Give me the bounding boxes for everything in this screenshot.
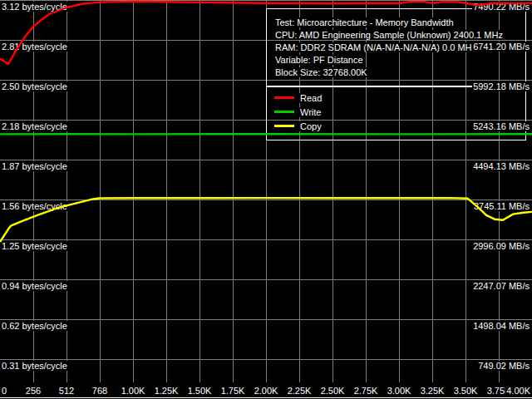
- info-line-blocksize: Block Size: 32768.00K: [274, 64, 368, 79]
- h-gridline: [0, 239, 532, 240]
- legend-item-write: Write: [267, 105, 525, 119]
- h-gridline: [0, 279, 532, 280]
- h-gridline: [0, 200, 532, 200]
- v-gridline: [133, 0, 134, 382]
- info-line-blocksize-text: Block Size: 32768.00K: [274, 67, 368, 77]
- v-gridline: [100, 0, 101, 382]
- legend: ReadWriteCopy: [267, 91, 525, 133]
- legend-label-write: Write: [299, 107, 322, 117]
- h-gridline: [0, 0, 532, 1]
- v-gridline: [33, 0, 34, 382]
- v-gridline: [233, 0, 234, 382]
- h-gridline: [0, 160, 532, 160]
- memory-bandwidth-chart: Test: Microarchitecture - Memory Bandwid…: [0, 0, 532, 399]
- h-gridline: [0, 319, 532, 320]
- legend-label-read: Read: [299, 93, 323, 103]
- legend-item-copy: Copy: [267, 119, 525, 133]
- v-gridline: [66, 0, 67, 382]
- legend-swatch-read: [274, 96, 294, 99]
- legend-swatch-copy: [274, 125, 294, 127]
- h-gridline: [0, 359, 532, 360]
- legend-swatch-write: [274, 111, 294, 113]
- info-legend-divider: [267, 86, 525, 87]
- v-gridline: [200, 0, 200, 382]
- v-gridline: [166, 0, 167, 382]
- legend-item-read: Read: [267, 91, 525, 105]
- info-legend-box: Test: Microarchitecture - Memory Bandwid…: [266, 8, 526, 140]
- axis-bottom-line: [0, 397, 532, 398]
- legend-label-copy: Copy: [299, 121, 323, 131]
